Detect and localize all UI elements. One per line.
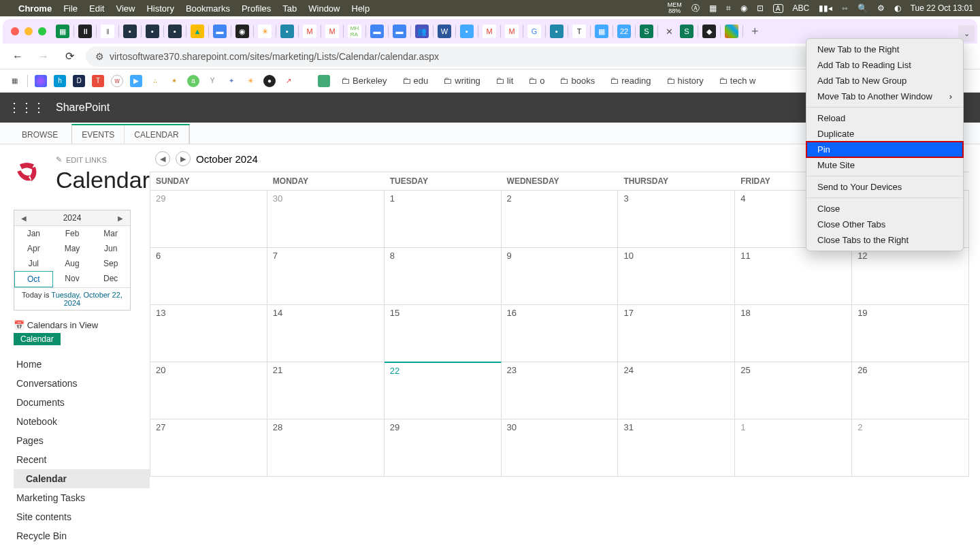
status-icon[interactable]: ▦ [709, 3, 717, 13]
tab-favicon[interactable]: M [325, 25, 339, 38]
menu-history[interactable]: History [146, 3, 174, 14]
mini-cal-month[interactable]: Aug [53, 256, 92, 271]
calendar-day-cell[interactable]: 12 [852, 247, 969, 304]
nav-item[interactable]: Recycle Bin [14, 526, 150, 545]
calendar-day-cell[interactable]: 29 [385, 419, 502, 476]
mini-cal-month[interactable]: Dec [91, 271, 130, 287]
bookmark-folder[interactable]: 🗀writing [439, 74, 485, 88]
mini-cal-month[interactable]: Nov [53, 271, 92, 287]
mini-cal-next-icon[interactable]: ▶ [114, 214, 127, 222]
mini-cal-month[interactable]: Jul [14, 256, 53, 271]
mini-cal-month[interactable]: Mar [91, 226, 130, 241]
mini-cal-month[interactable]: May [53, 241, 92, 256]
calendar-day-cell[interactable]: 20 [150, 362, 267, 419]
calendar-day-cell[interactable]: 7 [267, 247, 385, 304]
ctx-move-tab[interactable]: Move Tab to Another Window› [806, 89, 963, 104]
calendar-day-cell[interactable]: 2 [502, 190, 619, 247]
back-button[interactable]: ← [8, 47, 27, 66]
prev-month-button[interactable]: ◀ [155, 151, 170, 166]
tab-favicon[interactable]: ▪ [123, 25, 137, 38]
nav-item[interactable]: Calendar [14, 469, 150, 488]
calendar-day-cell[interactable]: 29 [150, 190, 267, 247]
input-source-badge[interactable]: A [773, 4, 783, 13]
status-icon[interactable]: ⊡ [757, 3, 764, 13]
bookmark-icon[interactable]: w [111, 75, 123, 87]
bookmark-folder[interactable]: 🗀books [555, 74, 599, 88]
tab-favicon[interactable]: ▬ [213, 25, 227, 38]
minimize-window-icon[interactable] [24, 27, 33, 35]
menu-help[interactable]: Help [352, 3, 370, 14]
mini-cal-month[interactable]: Oct [14, 271, 53, 287]
calendar-day-cell[interactable]: 3 [618, 190, 735, 247]
mini-cal-prev-icon[interactable]: ◀ [17, 214, 31, 222]
tab-favicon[interactable]: ▦ [595, 25, 608, 38]
bookmark-folder[interactable]: 🗀Berkeley [337, 74, 391, 88]
mini-cal-month[interactable]: Jun [91, 241, 130, 256]
calendar-day-cell[interactable]: 17 [618, 304, 735, 362]
bookmark-folder[interactable]: 🗀history [662, 74, 708, 88]
ribbon-tab-browse[interactable]: BROWSE [12, 125, 67, 144]
calendar-day-cell[interactable]: 16 [502, 304, 619, 362]
tab-favicon[interactable]: ▬ [370, 25, 384, 38]
calendar-day-cell[interactable]: 31 [618, 419, 735, 476]
calendar-day-cell[interactable]: 8 [385, 247, 502, 304]
new-tab-button[interactable]: + [747, 25, 763, 39]
bookmark-icon[interactable] [35, 75, 47, 87]
tab-favicon[interactable]: G [527, 25, 541, 38]
bookmark-icon[interactable]: a [187, 75, 199, 87]
tab-favicon[interactable]: W [438, 25, 451, 38]
tab-favicon[interactable]: ◆ [702, 25, 716, 38]
tab-favicon[interactable]: S [640, 25, 653, 38]
bookmark-icon[interactable]: ↗ [282, 75, 295, 87]
zoom-window-icon[interactable] [38, 27, 46, 35]
control-center-icon[interactable]: ⚙ [877, 3, 885, 13]
tab-favicon[interactable] [725, 25, 738, 38]
tab-favicon[interactable]: M [483, 25, 496, 38]
tab-favicon[interactable]: ▪ [550, 25, 564, 38]
tab-favicon[interactable]: ▪ [146, 25, 159, 38]
calendar-day-cell[interactable]: 28 [267, 419, 385, 476]
tab-favicon[interactable]: MHRA [348, 25, 361, 38]
clock[interactable]: Tue 22 Oct 13:01 [911, 3, 973, 13]
bookmark-icon[interactable]: ● [263, 75, 276, 87]
menu-profiles[interactable]: Profiles [242, 3, 271, 14]
ctx-reload[interactable]: Reload [806, 110, 963, 126]
calendar-day-cell[interactable]: 25 [735, 362, 852, 419]
ctx-new-tab-right[interactable]: New Tab to the Right [806, 42, 963, 57]
next-month-button[interactable]: ▶ [176, 151, 191, 166]
status-icon[interactable]: ◉ [740, 3, 747, 13]
calendar-day-cell[interactable]: 18 [735, 304, 852, 362]
bookmark-folder[interactable]: 🗀lit [491, 74, 517, 88]
tab-favicon[interactable]: ▪ [168, 25, 182, 38]
nav-item[interactable]: Notebook [14, 412, 150, 431]
ribbon-tab-calendar[interactable]: CALENDAR [125, 125, 189, 144]
nav-item[interactable]: Pages [14, 431, 150, 450]
tab-favicon[interactable]: S [680, 25, 693, 38]
tab-favicon[interactable]: M [303, 25, 316, 38]
ctx-close-other[interactable]: Close Other Tabs [806, 217, 963, 232]
calendar-day-cell[interactable]: 9 [502, 247, 619, 304]
nav-item[interactable]: Marketing Tasks [14, 488, 150, 507]
calendar-day-cell[interactable]: 6 [150, 247, 267, 304]
tab-favicon[interactable]: ⫴ [101, 25, 114, 38]
bookmark-folder[interactable]: 🗀o [524, 74, 549, 88]
menu-tab[interactable]: Tab [282, 3, 297, 14]
ctx-pin[interactable]: Pin [806, 142, 963, 157]
bookmark-icon[interactable]: ✴ [168, 75, 180, 87]
nav-item[interactable]: Home [14, 355, 150, 374]
calendar-day-cell[interactable]: 10 [618, 247, 735, 304]
bookmark-icon[interactable]: D [73, 75, 85, 87]
calendar-day-cell[interactable]: 11 [735, 247, 852, 304]
close-window-icon[interactable] [11, 27, 19, 35]
calendar-day-cell[interactable]: 2 [852, 419, 969, 476]
edit-links-button[interactable]: ✎EDIT LINKS [56, 155, 150, 164]
ctx-add-new-group[interactable]: Add Tab to New Group [806, 73, 963, 89]
window-controls[interactable] [11, 27, 46, 35]
battery-icon[interactable]: ▮▮◂ [819, 3, 832, 13]
calendar-day-cell[interactable]: 26 [852, 362, 969, 419]
bookmark-icon[interactable]: ✳ [244, 75, 257, 87]
calendar-day-cell[interactable]: 15 [385, 304, 502, 362]
nav-item[interactable]: Site contents [14, 507, 150, 526]
app-name[interactable]: Chrome [18, 3, 52, 14]
tab-favicon[interactable]: ▦ [56, 25, 69, 38]
